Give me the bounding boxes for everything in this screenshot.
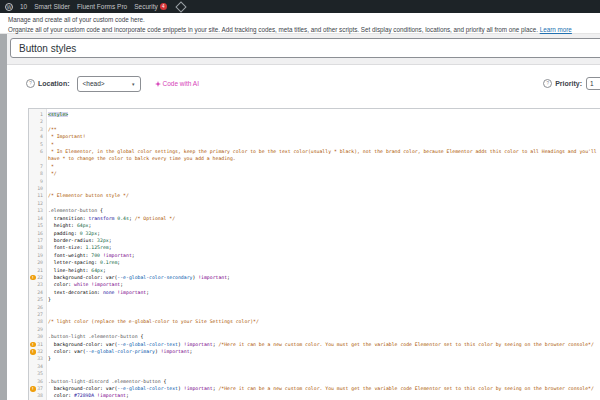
code-line-text[interactable]: .button-light .elementor-button { <box>46 333 600 340</box>
code-line-text[interactable] <box>46 200 600 207</box>
code-line[interactable]: 33} <box>29 355 600 362</box>
code-line[interactable]: 2 <box>29 118 600 125</box>
line-number: 23 <box>29 281 46 288</box>
line-number: !32 <box>29 348 46 355</box>
editor-code-area[interactable]: 1<style>23/**4 * Important!5 *6 * In Ele… <box>29 109 600 400</box>
updates-count-label: 10 <box>20 3 27 10</box>
code-line[interactable]: 6 * In Elementor, in the global color se… <box>29 148 600 163</box>
code-line-text[interactable]: padding: 0 32px; <box>46 230 600 237</box>
code-line[interactable]: 28/* light color (replace the e-global-c… <box>29 318 600 325</box>
code-line[interactable]: 26 <box>29 304 600 311</box>
code-line-text[interactable]: } <box>46 296 600 303</box>
adminbar-item-security[interactable]: Security 4 <box>134 3 166 10</box>
code-line[interactable]: 25} <box>29 296 600 303</box>
adminbar-updates-count[interactable]: 10 <box>20 3 27 10</box>
code-line-text[interactable] <box>46 304 600 311</box>
code-line[interactable]: 30.button-light .elementor-button { <box>29 333 600 340</box>
code-line[interactable]: 13.elementor-button { <box>29 207 600 214</box>
code-line-text[interactable]: <style> <box>46 111 600 118</box>
code-line[interactable]: 35 <box>29 370 600 377</box>
priority-input[interactable] <box>586 77 600 90</box>
code-line-text[interactable]: height: 64px; <box>46 222 600 229</box>
code-line[interactable]: 7 * <box>29 163 600 170</box>
code-line[interactable]: 12 <box>29 200 600 207</box>
code-line-text[interactable]: * <box>46 163 600 170</box>
code-line-text[interactable] <box>46 185 600 192</box>
code-line[interactable]: 15 height: 64px; <box>29 222 600 229</box>
smart-slider-diamond-icon[interactable] <box>175 1 186 12</box>
code-line-text[interactable]: line-height: 64px; <box>46 267 600 274</box>
code-line[interactable]: 20 letter-spacing: 0.1rem; <box>29 259 600 266</box>
line-number: 38 <box>29 392 46 399</box>
code-line-text[interactable]: /* light color (replace the e-global-col… <box>46 318 600 325</box>
code-line[interactable]: !31 background-color: var(--e-global-col… <box>29 341 600 348</box>
code-line-text[interactable]: } <box>46 355 600 362</box>
code-line-text[interactable] <box>46 178 600 185</box>
code-line-text[interactable]: transition: transform 0.4s; /* Optional … <box>46 215 600 222</box>
code-line[interactable]: 34 <box>29 363 600 370</box>
code-line-text[interactable]: */ <box>46 170 600 177</box>
code-line-text[interactable]: letter-spacing: 0.1rem; <box>46 259 600 266</box>
code-line-text[interactable] <box>46 370 600 377</box>
code-line-text[interactable]: * <box>46 141 600 148</box>
code-line-text[interactable]: font-weight: 700 !important; <box>46 252 600 259</box>
code-line[interactable]: !32 color: var(--e-global-color-primary)… <box>29 348 600 355</box>
adminbar-item-label: Fluent Forms Pro <box>77 3 127 10</box>
code-line[interactable]: 24 text-decoration: none !important; <box>29 289 600 296</box>
code-line[interactable]: 10 <box>29 185 600 192</box>
collapsed-admin-menu-strip[interactable] <box>0 34 7 400</box>
location-select[interactable]: <head> ▾ <box>77 76 141 92</box>
code-line-text[interactable]: background-color: var(--e-global-color-s… <box>46 274 600 281</box>
code-line-text[interactable] <box>46 311 600 318</box>
lint-warning-icon: ! <box>30 275 36 281</box>
code-line[interactable]: 9 <box>29 178 600 185</box>
priority-help-icon[interactable]: ? <box>543 79 552 88</box>
code-line[interactable]: 17 border-radius: 32px; <box>29 237 600 244</box>
snippet-title-input[interactable] <box>10 38 600 58</box>
code-line[interactable]: 38 color: #7289DA !important; <box>29 392 600 399</box>
wordpress-logo-icon[interactable]: W <box>5 3 13 11</box>
page-header-title: Manage and create all of your custom cod… <box>8 16 592 23</box>
code-line[interactable]: 29 <box>29 326 600 333</box>
code-line[interactable]: 21 line-height: 64px; <box>29 267 600 274</box>
learn-more-link[interactable]: Learn more <box>540 26 572 33</box>
line-number: 19 <box>29 252 46 259</box>
code-line[interactable]: 36.button-light-discord .elementor-butto… <box>29 378 600 385</box>
code-line[interactable]: 5 * <box>29 141 600 148</box>
code-line-text[interactable] <box>46 363 600 370</box>
code-line[interactable]: 3/** <box>29 126 600 133</box>
location-help-icon[interactable]: ? <box>26 79 35 88</box>
code-line[interactable]: 23 color: white !important; <box>29 281 600 288</box>
code-line-text[interactable]: .elementor-button { <box>46 207 600 214</box>
code-with-ai-button[interactable]: Code with AI <box>155 80 200 87</box>
code-line-text[interactable]: background-color: var(--e-global-color-t… <box>46 385 600 392</box>
code-line-text[interactable]: border-radius: 32px; <box>46 237 600 244</box>
code-line-text[interactable]: * Important! <box>46 133 600 140</box>
code-line-text[interactable] <box>46 118 600 125</box>
code-line-text[interactable]: /* Elementor button style */ <box>46 192 600 199</box>
code-line[interactable]: 27 <box>29 311 600 318</box>
code-line-text[interactable]: * In Elementor, in the global color sett… <box>46 148 600 163</box>
code-line[interactable]: 11/* Elementor button style */ <box>29 192 600 199</box>
code-line-text[interactable] <box>46 326 600 333</box>
code-line-text[interactable]: color: #7289DA !important; <box>46 392 600 399</box>
code-line[interactable]: 19 font-weight: 700 !important; <box>29 252 600 259</box>
code-line-text[interactable]: .button-light-discord .elementor-button … <box>46 378 600 385</box>
code-line-text[interactable]: font-size: 1.125rem; <box>46 244 600 251</box>
code-line[interactable]: 4 * Important! <box>29 133 600 140</box>
code-line[interactable]: 18 font-size: 1.125rem; <box>29 244 600 251</box>
code-line-text[interactable]: background-color: var(--e-global-color-t… <box>46 341 600 348</box>
code-line-text[interactable]: color: var(--e-global-color-primary) !im… <box>46 348 600 355</box>
adminbar-item-fluent-forms-pro[interactable]: Fluent Forms Pro <box>77 3 127 10</box>
code-line-text[interactable]: color: white !important; <box>46 281 600 288</box>
code-editor[interactable]: 1<style>23/**4 * Important!5 *6 * In Ele… <box>28 108 600 400</box>
adminbar-item-smart-slider[interactable]: Smart Slider <box>34 3 70 10</box>
code-line[interactable]: !37 background-color: var(--e-global-col… <box>29 385 600 392</box>
code-line-text[interactable]: /** <box>46 126 600 133</box>
code-line[interactable]: 1<style> <box>29 111 600 118</box>
code-line[interactable]: 8 */ <box>29 170 600 177</box>
code-line[interactable]: !22 background-color: var(--e-global-col… <box>29 274 600 281</box>
code-line-text[interactable]: text-decoration: none !important; <box>46 289 600 296</box>
code-line[interactable]: 16 padding: 0 32px; <box>29 230 600 237</box>
code-line[interactable]: 14 transition: transform 0.4s; /* Option… <box>29 215 600 222</box>
